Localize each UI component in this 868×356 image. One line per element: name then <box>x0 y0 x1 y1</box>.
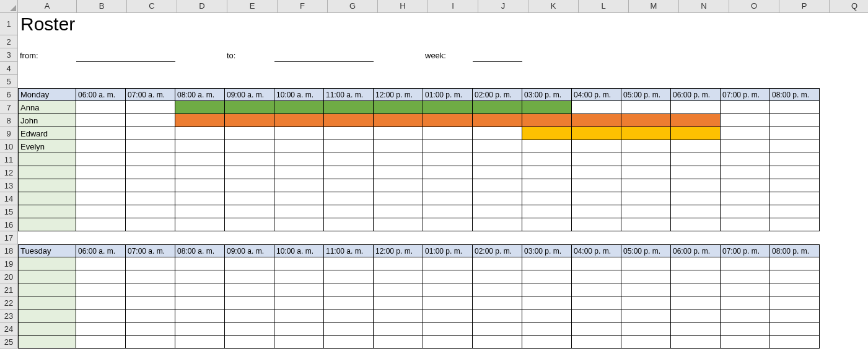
shift-cell[interactable] <box>473 296 522 309</box>
shift-cell[interactable] <box>274 270 324 283</box>
shift-cell[interactable] <box>522 323 572 336</box>
cell[interactable] <box>274 231 324 244</box>
cell[interactable] <box>423 231 473 244</box>
shift-cell[interactable] <box>374 336 423 349</box>
shift-cell[interactable] <box>76 166 126 179</box>
shift-cell[interactable] <box>721 336 770 349</box>
shift-cell[interactable] <box>76 257 126 270</box>
shift-cell[interactable] <box>324 309 374 323</box>
cell[interactable] <box>274 62 324 75</box>
column-header-N[interactable]: N <box>679 0 729 12</box>
cell[interactable] <box>820 257 868 270</box>
shift-cell[interactable] <box>374 140 423 153</box>
shift-cell[interactable] <box>671 283 721 296</box>
cell[interactable] <box>274 13 324 35</box>
shift-cell[interactable] <box>572 296 621 309</box>
shift-cell[interactable] <box>671 127 721 140</box>
shift-cell[interactable] <box>324 336 374 349</box>
shift-cell[interactable] <box>126 257 175 270</box>
shift-cell[interactable] <box>572 127 621 140</box>
cell[interactable] <box>572 48 621 62</box>
cell[interactable] <box>374 48 423 62</box>
employee-name[interactable] <box>18 166 76 179</box>
shift-cell[interactable] <box>473 101 522 114</box>
shift-cell[interactable] <box>572 336 621 349</box>
shift-cell[interactable] <box>671 192 721 205</box>
cell[interactable] <box>621 35 671 48</box>
column-header-M[interactable]: M <box>629 0 679 12</box>
shift-cell[interactable] <box>225 192 274 205</box>
shift-cell[interactable] <box>225 309 274 323</box>
shift-cell[interactable] <box>76 153 126 166</box>
shift-cell[interactable] <box>76 101 126 114</box>
shift-cell[interactable] <box>374 283 423 296</box>
shift-cell[interactable] <box>423 218 473 231</box>
shift-cell[interactable] <box>324 296 374 309</box>
shift-cell[interactable] <box>374 257 423 270</box>
cell[interactable] <box>522 35 572 48</box>
shift-cell[interactable] <box>671 257 721 270</box>
column-header-A[interactable]: A <box>18 0 77 12</box>
shift-cell[interactable] <box>324 153 374 166</box>
shift-cell[interactable] <box>126 336 175 349</box>
shift-cell[interactable] <box>621 283 671 296</box>
row-header[interactable]: 12 <box>0 166 18 179</box>
shift-cell[interactable] <box>274 114 324 127</box>
row-header[interactable]: 7 <box>0 101 18 114</box>
shift-cell[interactable] <box>671 270 721 283</box>
cell[interactable] <box>820 62 868 75</box>
shift-cell[interactable] <box>324 166 374 179</box>
cell[interactable] <box>820 140 868 153</box>
row-header[interactable]: 18 <box>0 244 18 257</box>
shift-cell[interactable] <box>76 296 126 309</box>
from-input[interactable] <box>76 48 126 62</box>
shift-cell[interactable] <box>324 323 374 336</box>
shift-cell[interactable] <box>621 127 671 140</box>
cell[interactable] <box>423 62 473 75</box>
cell[interactable] <box>473 231 522 244</box>
shift-cell[interactable] <box>721 192 770 205</box>
cell[interactable] <box>820 75 868 88</box>
shift-cell[interactable] <box>274 166 324 179</box>
shift-cell[interactable] <box>423 205 473 218</box>
shift-cell[interactable] <box>225 270 274 283</box>
cell[interactable] <box>820 336 868 349</box>
shift-cell[interactable] <box>770 257 820 270</box>
cell[interactable] <box>522 48 572 62</box>
column-header-P[interactable]: P <box>779 0 830 12</box>
shift-cell[interactable] <box>522 140 572 153</box>
shift-cell[interactable] <box>522 166 572 179</box>
shift-cell[interactable] <box>423 101 473 114</box>
shift-cell[interactable] <box>770 114 820 127</box>
cell[interactable] <box>76 62 126 75</box>
shift-cell[interactable] <box>423 257 473 270</box>
cell[interactable] <box>324 75 374 88</box>
shift-cell[interactable] <box>374 166 423 179</box>
shift-cell[interactable] <box>274 218 324 231</box>
shift-cell[interactable] <box>423 179 473 192</box>
shift-cell[interactable] <box>522 114 572 127</box>
shift-cell[interactable] <box>423 140 473 153</box>
shift-cell[interactable] <box>721 283 770 296</box>
shift-cell[interactable] <box>76 179 126 192</box>
shift-cell[interactable] <box>225 166 274 179</box>
shift-cell[interactable] <box>721 179 770 192</box>
cell[interactable] <box>175 48 225 62</box>
row-header[interactable]: 22 <box>0 296 18 309</box>
cell[interactable] <box>770 62 820 75</box>
shift-cell[interactable] <box>473 153 522 166</box>
shift-cell[interactable] <box>572 309 621 323</box>
shift-cell[interactable] <box>522 179 572 192</box>
employee-name[interactable]: Edward <box>18 127 76 140</box>
column-header-B[interactable]: B <box>77 0 127 12</box>
cell[interactable] <box>572 75 621 88</box>
cell[interactable] <box>621 231 671 244</box>
row-header[interactable]: 4 <box>0 62 18 75</box>
shift-cell[interactable] <box>175 179 225 192</box>
shift-cell[interactable] <box>274 323 324 336</box>
shift-cell[interactable] <box>324 101 374 114</box>
cell[interactable] <box>671 13 721 35</box>
cell[interactable] <box>175 231 225 244</box>
week-input[interactable] <box>473 48 522 62</box>
cell[interactable] <box>423 35 473 48</box>
